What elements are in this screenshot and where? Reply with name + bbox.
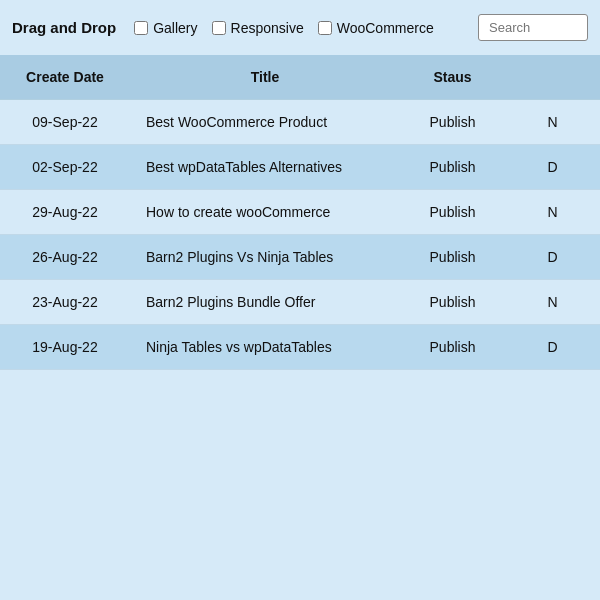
table-row: 09-Sep-22Best WooCommerce ProductPublish… bbox=[0, 100, 600, 145]
cell-title: Ninja Tables vs wpDataTables bbox=[130, 325, 400, 370]
cell-extra: N bbox=[505, 100, 600, 145]
cell-extra: N bbox=[505, 190, 600, 235]
top-bar: Drag and Drop Gallery Responsive WooComm… bbox=[0, 0, 600, 55]
table-row: 23-Aug-22Barn2 Plugins Bundle OfferPubli… bbox=[0, 280, 600, 325]
col-header-status: Staus bbox=[400, 55, 505, 100]
cell-extra: D bbox=[505, 235, 600, 280]
cell-status: Publish bbox=[400, 100, 505, 145]
filter-gallery[interactable]: Gallery bbox=[134, 20, 197, 36]
col-header-date: Create Date bbox=[0, 55, 130, 100]
cell-date: 23-Aug-22 bbox=[0, 280, 130, 325]
cell-status: Publish bbox=[400, 325, 505, 370]
search-input[interactable] bbox=[478, 14, 588, 41]
posts-table: Create Date Title Staus 09-Sep-22Best Wo… bbox=[0, 55, 600, 370]
filter-woocommerce[interactable]: WooCommerce bbox=[318, 20, 434, 36]
cell-date: 02-Sep-22 bbox=[0, 145, 130, 190]
table-row: 02-Sep-22Best wpDataTables AlternativesP… bbox=[0, 145, 600, 190]
drag-and-drop-label: Drag and Drop bbox=[12, 19, 116, 36]
cell-status: Publish bbox=[400, 235, 505, 280]
cell-date: 26-Aug-22 bbox=[0, 235, 130, 280]
gallery-label: Gallery bbox=[153, 20, 197, 36]
cell-status: Publish bbox=[400, 145, 505, 190]
cell-date: 19-Aug-22 bbox=[0, 325, 130, 370]
responsive-label: Responsive bbox=[231, 20, 304, 36]
cell-date: 09-Sep-22 bbox=[0, 100, 130, 145]
cell-date: 29-Aug-22 bbox=[0, 190, 130, 235]
col-header-title: Title bbox=[130, 55, 400, 100]
cell-title: Barn2 Plugins Bundle Offer bbox=[130, 280, 400, 325]
gallery-checkbox[interactable] bbox=[134, 21, 148, 35]
cell-title: Barn2 Plugins Vs Ninja Tables bbox=[130, 235, 400, 280]
col-header-extra bbox=[505, 55, 600, 100]
woocommerce-label: WooCommerce bbox=[337, 20, 434, 36]
table-row: 26-Aug-22Barn2 Plugins Vs Ninja TablesPu… bbox=[0, 235, 600, 280]
cell-extra: D bbox=[505, 325, 600, 370]
filter-responsive[interactable]: Responsive bbox=[212, 20, 304, 36]
cell-title: Best wpDataTables Alternatives bbox=[130, 145, 400, 190]
table-header-row: Create Date Title Staus bbox=[0, 55, 600, 100]
responsive-checkbox[interactable] bbox=[212, 21, 226, 35]
cell-extra: N bbox=[505, 280, 600, 325]
cell-title: Best WooCommerce Product bbox=[130, 100, 400, 145]
filter-group: Gallery Responsive WooCommerce bbox=[134, 20, 434, 36]
woocommerce-checkbox[interactable] bbox=[318, 21, 332, 35]
cell-status: Publish bbox=[400, 280, 505, 325]
cell-title: How to create wooCommerce bbox=[130, 190, 400, 235]
cell-extra: D bbox=[505, 145, 600, 190]
cell-status: Publish bbox=[400, 190, 505, 235]
table-wrapper: Create Date Title Staus 09-Sep-22Best Wo… bbox=[0, 55, 600, 370]
table-row: 29-Aug-22How to create wooCommercePublis… bbox=[0, 190, 600, 235]
table-row: 19-Aug-22Ninja Tables vs wpDataTablesPub… bbox=[0, 325, 600, 370]
